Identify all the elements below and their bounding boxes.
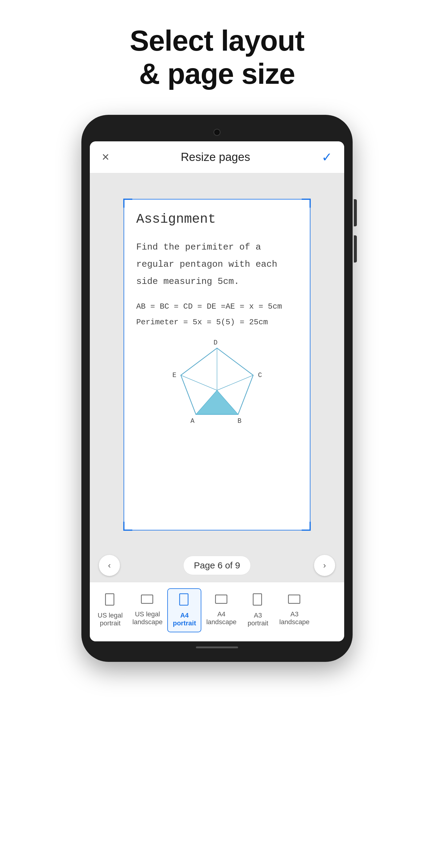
tool-us-legal-portrait[interactable]: US legal portrait [93,589,127,632]
app-header: × Resize pages ✓ [90,141,344,173]
pentagon-diagram: D C B A E [136,339,298,424]
page-heading: Select layout & page size [130,24,304,91]
document-a3-portrait-icon [253,593,264,609]
corner-tr [302,198,311,208]
tool-label-a4-portrait: A4 portrait [173,612,196,627]
doc-title: Assignment [136,212,298,227]
document-landscape-icon [141,594,154,608]
document-portrait-icon [105,593,116,609]
document-a4-landscape-icon [215,594,228,608]
phone-screen: × Resize pages ✓ Assignment Find the per… [90,141,344,641]
corner-br [302,522,311,531]
svg-rect-12 [105,594,114,605]
svg-marker-6 [196,390,238,414]
confirm-button[interactable]: ✓ [321,150,332,164]
camera [213,129,221,136]
tool-a4-landscape[interactable]: A4 landscape [201,590,241,630]
svg-text:E: E [173,372,176,379]
nav-row: ‹ Page 6 of 9 › [90,550,344,582]
home-indicator [196,647,238,648]
preview-area: Assignment Find the perimiter of a regul… [90,173,344,550]
tool-label-a3-portrait: A3 portrait [248,612,268,627]
close-button[interactable]: × [102,151,110,163]
phone-frame: × Resize pages ✓ Assignment Find the per… [82,115,352,662]
side-button-top [354,199,357,226]
phone-top [90,123,344,141]
bottom-toolbar: US legal portrait US legal landscape [90,582,344,641]
equation-2: Perimeter = 5x = 5(5) = 25cm [136,314,298,330]
svg-line-5 [181,375,217,390]
corner-bl [123,522,132,531]
prev-page-button[interactable]: ‹ [99,555,120,576]
svg-rect-17 [288,595,300,603]
phone-bottom [90,641,344,653]
document-a3-landscape-icon [288,594,301,608]
page-indicator: Page 6 of 9 [183,556,250,575]
doc-equations: AB = BC = CD = DE =AE = x = 5cm Perimete… [136,299,298,330]
doc-body: Find the perimiter of a regular pentagon… [136,239,298,290]
svg-text:B: B [238,417,241,424]
document-page: Assignment Find the perimiter of a regul… [124,199,310,530]
corner-tl [123,198,132,208]
tool-a4-portrait[interactable]: A4 portrait [167,588,201,632]
tool-us-legal-landscape[interactable]: US legal landscape [127,590,167,630]
svg-rect-13 [141,595,153,603]
tool-label-a4-landscape: A4 landscape [206,610,236,626]
screen-title: Resize pages [181,151,250,164]
svg-line-2 [217,375,253,390]
svg-text:D: D [213,339,217,347]
pentagon-svg: D C B A E [169,339,265,424]
svg-text:A: A [190,417,195,424]
equation-1: AB = BC = CD = DE =AE = x = 5cm [136,299,298,314]
tool-a3-portrait[interactable]: A3 portrait [241,589,275,632]
tool-label-us-legal-landscape: US legal landscape [132,610,162,626]
document-a4-portrait-icon [179,593,190,609]
side-button-mid [354,236,357,262]
tool-label-us-legal-portrait: US legal portrait [98,612,123,627]
svg-text:C: C [258,372,262,379]
svg-rect-14 [180,594,188,605]
tool-a3-landscape[interactable]: A3 landscape [275,590,314,630]
svg-rect-15 [216,595,227,603]
svg-rect-16 [253,594,261,605]
next-page-button[interactable]: › [314,555,335,576]
tool-label-a3-landscape: A3 landscape [279,610,310,626]
